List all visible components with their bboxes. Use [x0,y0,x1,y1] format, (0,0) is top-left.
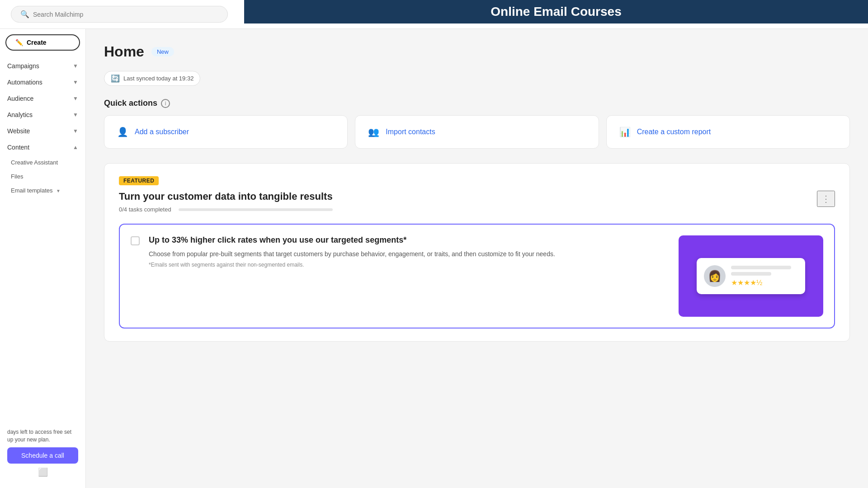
quick-actions-header: Quick actions i [104,99,850,108]
search-icon: 🔍 [20,10,29,19]
featured-label: FEATURED [119,176,159,185]
new-badge: New [151,47,174,56]
card-line-1 [731,266,791,269]
quick-actions-grid: 👤 Add a subscriber 👥 Import contacts 📊 C… [104,115,850,149]
task-description: Choose from popular pre-built segments t… [149,249,670,259]
analytics-label: Analytics [7,111,33,118]
sync-text: Last synced today at 19:32 [123,75,193,82]
task-content: Up to 33% higher click rates when you us… [149,235,670,268]
main-content: Home New 🔄 Last synced today at 19:32 Qu… [86,29,868,488]
sidebar-toggle[interactable]: ⬜ [7,464,78,481]
website-label: Website [7,127,30,135]
avatar: 👩 [704,265,726,287]
more-options-button[interactable]: ⋮ [817,191,835,207]
content-label: Content [7,144,29,151]
pen-icon: ✏️ [15,39,23,46]
chevron-down-icon: ▼ [73,79,78,85]
import-contacts-label: Import contacts [386,128,435,136]
chevron-up-icon: ▲ [73,144,78,150]
audience-label: Audience [7,95,33,102]
search-input[interactable] [33,11,218,18]
chevron-down-icon: ▼ [73,63,78,69]
task-image: 👩 ★★★★½ [679,235,823,317]
schedule-call-button[interactable]: Schedule a call [7,447,78,464]
sidebar-item-creative-assistant[interactable]: Creative Assistant [0,155,85,169]
create-report-card[interactable]: 📊 Create a custom report [606,115,850,149]
sync-icon: 🔄 [111,74,120,83]
task-card: Up to 33% higher click rates when you us… [119,224,835,328]
sidebar-item-audience[interactable]: Audience ▼ [0,90,85,107]
tasks-text: 0/4 tasks completed [119,206,171,213]
chevron-down-icon: ▼ [56,188,61,193]
chevron-down-icon: ▼ [73,128,78,134]
chevron-down-icon: ▼ [73,95,78,102]
task-checkbox[interactable] [131,236,140,245]
create-button[interactable]: ✏️ Create [5,34,80,51]
search-container[interactable]: 🔍 [11,6,228,23]
sidebar-item-email-templates[interactable]: Email templates ▼ [0,183,85,197]
sidebar-item-website[interactable]: Website ▼ [0,123,85,139]
info-icon[interactable]: i [161,99,170,108]
sidebar-item-content[interactable]: Content ▲ [0,139,85,155]
featured-banner: Online Email Courses [244,0,868,23]
page-title: Home [104,43,144,60]
sidebar-item-files[interactable]: Files [0,169,85,183]
task-note: *Emails sent with segments against their… [149,262,670,268]
star-rating: ★★★★½ [731,278,798,287]
tasks-progress: 0/4 tasks completed [119,206,333,213]
campaigns-label: Campaigns [7,62,39,70]
sidebar-footer: days left to access free set up your new… [0,421,85,488]
featured-banner-text: Online Email Courses [491,5,621,19]
toggle-sidebar-icon[interactable]: ⬜ [38,467,48,477]
featured-title: Turn your customer data into tangible re… [119,191,333,202]
add-subscriber-label: Add a subscriber [135,128,189,136]
sidebar-item-analytics[interactable]: Analytics ▼ [0,107,85,123]
task-image-card: 👩 ★★★★½ [697,258,805,294]
featured-content: Turn your customer data into tangible re… [119,191,333,224]
card-lines: ★★★★½ [731,266,798,287]
sidebar-item-campaigns[interactable]: Campaigns ▼ [0,58,85,74]
automations-label: Automations [7,79,42,86]
sidebar-item-automations[interactable]: Automations ▼ [0,74,85,90]
featured-header: Turn your customer data into tangible re… [119,191,835,224]
page-header: Home New [104,43,850,60]
quick-actions-title: Quick actions [104,99,157,108]
sidebar: ✏️ Create Campaigns ▼ Automations ▼ Audi… [0,29,86,488]
import-contacts-card[interactable]: 👥 Import contacts [355,115,599,149]
top-bar-left: 🔍 [11,6,228,23]
create-label: Create [27,39,47,46]
task-title: Up to 33% higher click rates when you us… [149,235,670,245]
create-report-label: Create a custom report [637,128,711,136]
sync-badge: 🔄 Last synced today at 19:32 [104,71,200,86]
progress-bar-container [179,208,333,211]
import-contacts-icon: 👥 [368,127,379,137]
footer-text: days left to access free set up your new… [7,428,78,444]
add-subscriber-card[interactable]: 👤 Add a subscriber [104,115,348,149]
create-report-icon: 📊 [619,127,631,137]
add-subscriber-icon: 👤 [117,127,128,137]
card-line-2 [731,272,771,276]
chevron-down-icon: ▼ [73,112,78,118]
featured-section: FEATURED Turn your customer data into ta… [104,163,850,342]
